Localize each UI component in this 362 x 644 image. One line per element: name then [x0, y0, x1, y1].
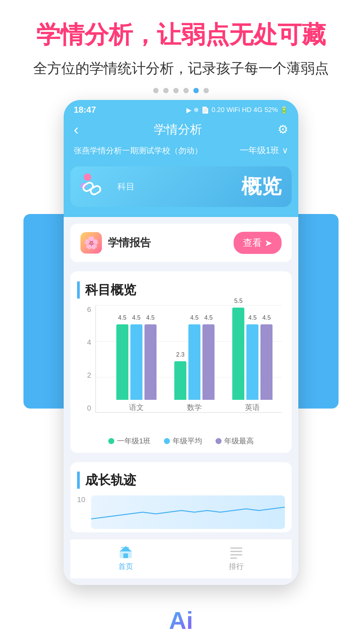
growth-chart: [91, 495, 285, 529]
school-bar: 张燕学情分析一期测试学校（勿动） 一年级1班 ∨: [64, 145, 298, 163]
chart-section-title: 科目概览: [77, 281, 285, 299]
svg-rect-1: [89, 185, 102, 196]
bar-group-bars-yuwen: 4.5 4.5 4.5: [116, 324, 157, 400]
bar-yuwen-blue: 4.5: [130, 324, 142, 400]
bar-shuxue-blue: 4.5: [188, 324, 200, 400]
bar-shuxue-purple: 4.5: [202, 324, 215, 400]
sub-title: 全方位的学情统计分析，记录孩子每一个薄弱点: [13, 59, 349, 78]
speed-text: 0.20: [212, 106, 225, 114]
y-axis-line: [96, 305, 96, 413]
rank-icon: [229, 545, 244, 559]
back-button[interactable]: ‹: [74, 121, 79, 138]
chart-area: 6 4 2 0: [77, 305, 285, 433]
legend-label-avg: 年级平均: [173, 436, 202, 446]
class-name: 一年级1班: [240, 145, 279, 156]
wifi-icon: WiFi: [227, 106, 240, 114]
phone-wrapper: 18:47 ▶ ❄ 📄 0.20 WiFi HD 4G 52% 🔋 ‹ 学情分析…: [64, 100, 298, 585]
dot-2: [163, 88, 169, 93]
bar-yuwen-purple: 4.5: [144, 324, 157, 400]
bar-label-yuwen-purple: 4.5: [146, 314, 155, 321]
bar-label-yingyu-purple: 4.5: [262, 314, 271, 321]
gear-button[interactable]: ⚙: [278, 122, 288, 137]
bar-label-shuxue-purple: 4.5: [204, 314, 213, 321]
main-title: 学情分析，让弱点无处可藏: [13, 20, 349, 49]
subject-label-yuwen: 语文: [129, 402, 144, 413]
subject-label-shuxue: 数学: [187, 402, 202, 413]
y-label-4: 4: [87, 338, 91, 347]
legend-dot-avg: [164, 438, 170, 444]
svg-rect-4: [123, 553, 128, 558]
status-bar: 18:47 ▶ ❄ 📄 0.20 WiFi HD 4G 52% 🔋: [64, 100, 298, 118]
bar-label-yingyu-blue: 4.5: [248, 314, 257, 321]
view-report-button[interactable]: 查看 ➤: [234, 232, 282, 254]
svg-rect-7: [230, 554, 242, 555]
bar-label-shuxue-green: 2.3: [176, 351, 184, 358]
flower-icon: 🌸: [80, 232, 102, 254]
nav-item-home[interactable]: 首页: [118, 545, 133, 572]
battery-text: 52%: [264, 106, 278, 114]
nav-bar: ‹ 学情分析 ⚙: [64, 118, 298, 145]
subject-name: 概览: [241, 173, 282, 200]
bar-group-bars-yingyu: 5.5 4.5 4.5: [232, 308, 273, 400]
legend-dot-class: [108, 438, 114, 444]
school-name: 张燕学情分析一期测试学校（勿动）: [74, 145, 202, 156]
growth-title: 成长轨迹: [77, 472, 285, 489]
dropdown-icon: ∨: [282, 145, 288, 156]
bar-label-shuxue-blue: 4.5: [190, 314, 198, 321]
svg-rect-6: [230, 551, 242, 552]
y-label-0: 0: [87, 404, 91, 413]
bar-yingyu-green: 5.5: [232, 308, 244, 400]
nav-icon-indicator: ▶: [186, 106, 191, 114]
link-icon: [80, 177, 104, 200]
circle-arrow-icon: ➤: [264, 237, 272, 249]
status-icons: ▶ ❄ 📄 0.20 WiFi HD 4G 52% 🔋: [186, 106, 288, 114]
bar-label-yuwen-green: 4.5: [118, 314, 126, 321]
bar-group-shuxue: 2.3 4.5 4.5 数学: [174, 324, 215, 413]
legend-avg: 年级平均: [164, 436, 202, 446]
page-root: 学情分析，让弱点无处可藏 全方位的学情统计分析，记录孩子每一个薄弱点 18:47…: [0, 0, 362, 585]
status-time: 18:47: [74, 105, 96, 115]
pagination-dots: [13, 78, 349, 93]
bar-group-yingyu: 5.5 4.5 4.5 英语: [232, 308, 273, 413]
subject-icon-area: 科目: [80, 173, 135, 200]
dot-1: [153, 88, 159, 93]
bar-yingyu-blue: 4.5: [246, 324, 258, 400]
bar-group-yuwen: 4.5 4.5 4.5 语文: [116, 324, 157, 413]
class-selector[interactable]: 一年级1班 ∨: [240, 145, 288, 156]
chart-container: 科目概览 6 4 2 0: [70, 271, 292, 453]
svg-rect-5: [230, 547, 242, 549]
subject-tabs: 科目 概览: [64, 163, 298, 217]
legend-label-class: 一年级1班: [117, 436, 150, 446]
bars-area: 4.5 4.5 4.5 语文: [107, 305, 282, 413]
top-section: 学情分析，让弱点无处可藏 全方位的学情统计分析，记录孩子每一个薄弱点: [0, 0, 362, 100]
home-icon: [118, 545, 133, 559]
growth-y-max: 10: [77, 495, 85, 504]
report-label: 学情报告: [108, 235, 151, 250]
dot-6: [203, 88, 209, 93]
y-label-2: 2: [87, 371, 91, 380]
dot-3: [173, 88, 179, 93]
bar-yuwen-green: 4.5: [116, 324, 128, 400]
svg-rect-0: [82, 181, 94, 192]
report-card: 🌸 学情报告 查看 ➤: [70, 224, 292, 262]
snowflake-icon: ❄: [193, 106, 199, 114]
report-left: 🌸 学情报告: [80, 232, 151, 254]
doc-icon: 📄: [201, 106, 209, 114]
battery-icon: 🔋: [280, 106, 288, 114]
nav-item-rank[interactable]: 排行: [229, 545, 244, 572]
subject-label: 科目: [117, 181, 135, 193]
subject-label-yingyu: 英语: [245, 402, 260, 413]
subject-card[interactable]: 科目 概览: [70, 166, 292, 207]
dot-4: [183, 88, 189, 93]
bar-label-yuwen-blue: 4.5: [132, 314, 140, 321]
chart-legend: 一年级1班 年级平均 年级最高: [77, 436, 285, 446]
bar-yingyu-purple: 4.5: [260, 324, 273, 400]
nav-label-home: 首页: [118, 561, 133, 572]
legend-label-max: 年级最高: [224, 436, 254, 446]
legend-dot-max: [216, 438, 222, 444]
ai-badge: Ai: [169, 607, 193, 634]
svg-rect-8: [230, 557, 237, 559]
bar-group-bars-shuxue: 2.3 4.5 4.5: [174, 324, 215, 400]
phone-frame: 18:47 ▶ ❄ 📄 0.20 WiFi HD 4G 52% 🔋 ‹ 学情分析…: [64, 100, 298, 585]
y-label-6: 6: [87, 305, 91, 314]
